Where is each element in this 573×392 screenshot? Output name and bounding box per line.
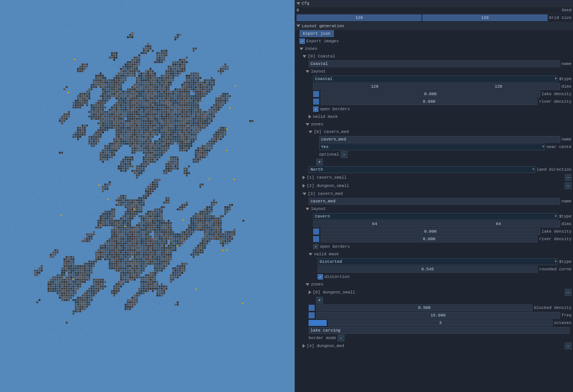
- export-images-row: Export images: [295, 37, 573, 45]
- grid-size-label: Grid size: [549, 15, 571, 20]
- zone3-distortion-checkbox[interactable]: [318, 274, 323, 279]
- zone3-rounded-corners-input[interactable]: [318, 266, 537, 273]
- zone0-open-borders-checkbox[interactable]: [313, 106, 318, 112]
- zone3-octaves-bar[interactable]: [309, 320, 327, 326]
- zone0-land-direction-select[interactable]: North: [309, 166, 535, 173]
- zone0-subzone0-optional-minus[interactable]: -: [341, 151, 348, 158]
- zone1-label: [1] cavern_small: [307, 175, 565, 180]
- zone3-type-select[interactable]: Cavern: [313, 213, 558, 220]
- zone3-subzone0-minus[interactable]: -: [565, 289, 571, 296]
- zone0-land-direction-row: North ▼ land direction: [295, 166, 573, 173]
- zone3-river-density-input[interactable]: [321, 236, 537, 242]
- export-images-label: Export images: [306, 39, 339, 43]
- zone0-subzone0-near-center-label: near cente: [547, 145, 571, 149]
- zone4-label: [4] dungeon_med: [307, 344, 565, 348]
- zone3-rounded-corners-row: rounded corne: [295, 265, 573, 273]
- layout-gen-toggle[interactable]: [297, 25, 300, 27]
- zone4-toggle[interactable]: [303, 344, 305, 348]
- zone0-lake-slider-thumb[interactable]: [313, 91, 319, 97]
- zone3-lake-carving-row: [295, 327, 573, 334]
- zone3-blocked-density-thumb[interactable]: [309, 305, 315, 311]
- zone0-type-label: $type: [559, 77, 571, 81]
- zone3-river-slider-thumb[interactable]: [313, 236, 319, 242]
- zone4-header: [4] dungeon_med -: [301, 342, 573, 350]
- zone0-type-select[interactable]: Coastal: [313, 76, 558, 82]
- zone3-lake-carving-input[interactable]: [309, 327, 570, 334]
- export-images-checkbox[interactable]: [300, 39, 305, 44]
- zone4-minus[interactable]: -: [565, 343, 571, 349]
- zone0-subzone-add-button[interactable]: +: [316, 159, 323, 165]
- zone3-lake-density-input[interactable]: [321, 228, 540, 235]
- zone3-border-mode-row: border mode -: [295, 334, 573, 342]
- zone3-octaves-input[interactable]: [328, 319, 553, 326]
- zone0-dims-val1[interactable]: [313, 83, 436, 90]
- zone3-mask-type-row: Distorted ▼ $type: [295, 258, 573, 265]
- zone0-dims-label: dims: [562, 84, 571, 89]
- config-panel[interactable]: Cfg 8 Seed 128 128 Grid size Layout gene…: [295, 0, 573, 392]
- zone0-subzone0-name-label: name: [562, 137, 571, 142]
- zone0-subzone0-near-center-row: Yes ▼ near cente: [295, 143, 573, 151]
- zone3-dims-val2[interactable]: [437, 221, 560, 227]
- zone3-zones-header: zones: [304, 281, 573, 288]
- zone0-open-borders-label: open borders: [320, 107, 350, 111]
- zone0-subzone0-name-input[interactable]: [319, 136, 560, 143]
- zone3-freq-thumb[interactable]: [309, 312, 315, 318]
- zone3-layout-toggle[interactable]: [306, 208, 309, 210]
- seed-value: 8: [297, 8, 299, 12]
- zone3-lake-slider-thumb[interactable]: [313, 228, 319, 235]
- seed-row: 8 Seed: [295, 7, 573, 14]
- zone3-valid-mask-label: valid mask: [314, 252, 339, 256]
- zone1-minus[interactable]: -: [565, 174, 571, 181]
- cfg-toggle-icon[interactable]: [297, 2, 300, 5]
- zone0-name-input[interactable]: [309, 60, 560, 67]
- zone0-subzone0-name-row: name: [295, 136, 573, 143]
- zone3-name-input[interactable]: [309, 198, 560, 205]
- zone0-lake-density-row: lake density: [295, 90, 573, 98]
- zone3-river-density-row: river density: [295, 235, 573, 243]
- export-json-button[interactable]: Export json: [300, 30, 334, 37]
- zone3-subzone0-toggle[interactable]: [309, 290, 311, 294]
- zone3-subzone-add-button[interactable]: +: [316, 297, 323, 304]
- zone3-layout-header: layout: [304, 205, 573, 213]
- zone3-freq-input[interactable]: [316, 312, 560, 319]
- zone3-toggle[interactable]: [303, 193, 306, 195]
- zone0-label: [0] Coastal: [308, 54, 335, 59]
- zone2-toggle[interactable]: [303, 184, 305, 188]
- zone3-mask-type-select[interactable]: Distorted: [318, 258, 558, 265]
- zone0-subzone0-optional-row: optional -: [295, 151, 573, 158]
- zone3-blocked-density-input[interactable]: [316, 304, 533, 311]
- zone0-river-slider-thumb[interactable]: [313, 99, 319, 105]
- zones-label: zones: [305, 46, 317, 51]
- zone0-valid-mask-toggle[interactable]: [309, 115, 311, 119]
- zone0-zones-toggle[interactable]: [306, 123, 309, 126]
- zones-toggle[interactable]: [300, 48, 303, 50]
- zone3-open-borders-checkbox[interactable]: [313, 244, 318, 249]
- zone3-valid-mask-header: valid mask: [307, 250, 573, 258]
- zone3-distortion-label: distortion: [324, 275, 349, 279]
- zone0-subzone0-near-center-select[interactable]: Yes: [319, 144, 545, 150]
- zone0-lake-density-input[interactable]: [321, 91, 540, 97]
- zone3-zones-toggle[interactable]: [306, 283, 309, 286]
- zone3-border-mode-minus[interactable]: -: [338, 335, 344, 341]
- cfg-header: Cfg: [295, 0, 573, 7]
- zone3-valid-mask-toggle[interactable]: [309, 253, 312, 256]
- zone3-layout-label: layout: [311, 207, 326, 211]
- zone0-name-row: name: [295, 60, 573, 68]
- zone3-dims-val1[interactable]: [313, 221, 436, 227]
- zone3-border-mode-label: border mode: [309, 336, 336, 340]
- zone1-toggle[interactable]: [303, 176, 305, 179]
- zone3-mask-type-label: $type: [559, 259, 571, 264]
- zone3-blocked-density-label: blocked density: [534, 306, 571, 310]
- zone3-header: [3] cavern_med: [301, 190, 573, 198]
- zone0-layout-toggle[interactable]: [306, 70, 309, 73]
- zone0-toggle[interactable]: [303, 55, 306, 58]
- grid-val2[interactable]: 128: [422, 14, 547, 21]
- grid-val1[interactable]: 128: [297, 14, 422, 21]
- zone0-river-density-input[interactable]: [321, 98, 537, 105]
- zone3-lake-density-label: lake density: [542, 229, 571, 234]
- zones-header: zones: [298, 45, 573, 52]
- zone3-name-label: name: [562, 199, 571, 204]
- zone0-subzone0-toggle[interactable]: [309, 131, 312, 133]
- zone0-dims-val2[interactable]: [437, 83, 560, 90]
- zone2-minus[interactable]: -: [565, 182, 571, 189]
